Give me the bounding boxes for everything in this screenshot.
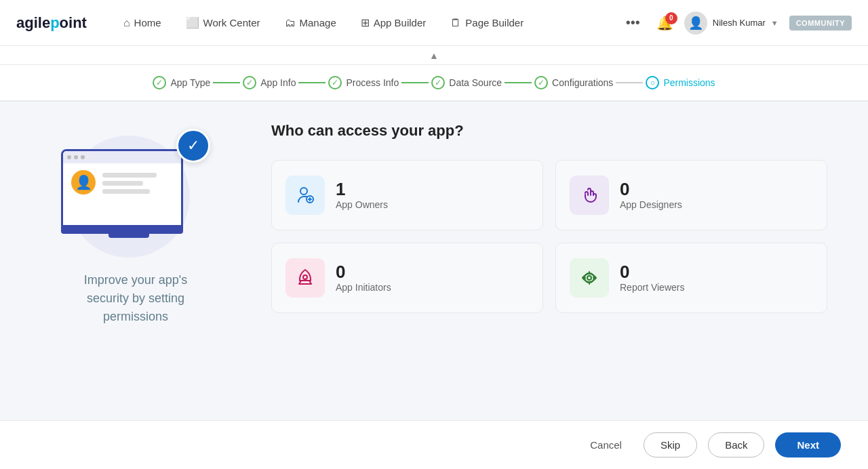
connector-5 bbox=[616, 82, 643, 83]
laptop-stand bbox=[108, 234, 149, 238]
manage-icon: 🗂 bbox=[285, 17, 296, 29]
illustration: 👤 ✓ bbox=[54, 122, 217, 258]
footer: Cancel Skip Back Next bbox=[0, 420, 868, 469]
dot-1 bbox=[67, 155, 71, 159]
avatar: 👤 bbox=[684, 12, 707, 35]
next-button[interactable]: Next bbox=[775, 432, 841, 457]
nav-appbuilder[interactable]: ⊞ App Builder bbox=[351, 11, 436, 35]
app-initiators-svg bbox=[294, 267, 316, 289]
step-icon-data-source: ✓ bbox=[431, 76, 445, 89]
pagebuilder-icon: 🗒 bbox=[450, 17, 461, 29]
line-1 bbox=[102, 173, 157, 178]
more-button[interactable]: ••• bbox=[620, 12, 646, 33]
report-viewers-count: 0 bbox=[620, 263, 684, 281]
app-designers-card[interactable]: 0 App Designers bbox=[555, 160, 827, 230]
nav-manage[interactable]: 🗂 Manage bbox=[275, 12, 346, 35]
report-viewers-label: Report Viewers bbox=[620, 282, 684, 293]
appbuilder-icon: ⊞ bbox=[361, 16, 370, 29]
cancel-button[interactable]: Cancel bbox=[579, 432, 633, 457]
step-label-permissions: Permissions bbox=[663, 77, 715, 88]
line-2 bbox=[102, 181, 143, 186]
dot-3 bbox=[81, 155, 85, 159]
svg-point-2 bbox=[303, 275, 307, 279]
permissions-cards: 1 App Owners 0 App Designers bbox=[271, 160, 827, 313]
step-data-source[interactable]: ✓ Data Source bbox=[431, 76, 502, 89]
chevron-down-icon: ▼ bbox=[771, 19, 778, 27]
home-icon: ⌂ bbox=[123, 17, 130, 29]
app-designers-info: 0 App Designers bbox=[620, 180, 682, 210]
nav-appbuilder-label: App Builder bbox=[374, 17, 427, 28]
dot-2 bbox=[74, 155, 78, 159]
app-owners-card[interactable]: 1 App Owners bbox=[271, 160, 543, 230]
app-initiators-info: 0 App Initiators bbox=[336, 263, 391, 293]
step-label-app-info: App Info bbox=[260, 77, 296, 88]
app-owners-icon bbox=[294, 184, 316, 206]
community-button[interactable]: COMMUNITY bbox=[789, 16, 852, 30]
report-viewers-info: 0 Report Viewers bbox=[620, 263, 684, 293]
notification-button[interactable]: 🔔 0 bbox=[656, 15, 673, 31]
report-viewers-icon bbox=[578, 267, 600, 289]
step-icon-permissions: ○ bbox=[646, 76, 659, 89]
step-label-process-info: Process Info bbox=[346, 77, 399, 88]
laptop-bar bbox=[63, 151, 181, 163]
notification-badge: 0 bbox=[665, 12, 677, 24]
right-section: Who can access your app? 1 App Owners bbox=[271, 122, 827, 313]
step-configurations[interactable]: ✓ Configurations bbox=[534, 76, 613, 89]
laptop-screen: 👤 bbox=[61, 149, 183, 227]
svg-point-0 bbox=[300, 188, 307, 195]
app-owners-icon-wrap bbox=[285, 176, 325, 215]
nav-home[interactable]: ⌂ Home bbox=[114, 12, 171, 35]
left-section: 👤 ✓ Improve your app's security by setti… bbox=[41, 122, 231, 326]
step-app-info[interactable]: ✓ App Info bbox=[243, 76, 296, 89]
report-viewers-icon-wrap bbox=[570, 258, 609, 298]
step-process-info[interactable]: ✓ Process Info bbox=[328, 76, 399, 89]
user-illus-avatar: 👤 bbox=[71, 170, 96, 195]
nav-workcenter-label: Work Center bbox=[203, 17, 260, 28]
app-owners-label: App Owners bbox=[336, 199, 388, 210]
app-designers-label: App Designers bbox=[620, 199, 682, 210]
nav-right: ••• 🔔 0 👤 Nilesh Kumar ▼ COMMUNITY bbox=[620, 12, 852, 35]
collapse-bar[interactable]: ▲ bbox=[0, 46, 868, 65]
step-icon-app-type: ✓ bbox=[153, 76, 166, 89]
laptop-base bbox=[61, 227, 183, 234]
report-viewers-card[interactable]: 0 Report Viewers bbox=[555, 243, 827, 313]
laptop-content: 👤 bbox=[63, 163, 181, 201]
app-initiators-label: App Initiators bbox=[336, 282, 391, 293]
illustration-caption: Improve your app's security by setting p… bbox=[84, 271, 188, 326]
app-owners-info: 1 App Owners bbox=[336, 180, 388, 210]
main-content: 👤 ✓ Improve your app's security by setti… bbox=[0, 102, 868, 409]
logo[interactable]: agilepoint bbox=[16, 14, 87, 32]
step-label-app-type: App Type bbox=[170, 77, 210, 88]
step-permissions[interactable]: ○ Permissions bbox=[646, 76, 715, 89]
app-initiators-count: 0 bbox=[336, 263, 391, 281]
line-3 bbox=[102, 189, 150, 194]
back-button[interactable]: Back bbox=[708, 432, 764, 457]
nav-items: ⌂ Home ⬜ Work Center 🗂 Manage ⊞ App Buil… bbox=[114, 11, 620, 35]
app-initiators-icon-wrap bbox=[285, 258, 325, 298]
user-area[interactable]: 👤 Nilesh Kumar ▼ bbox=[684, 12, 778, 35]
app-designers-count: 0 bbox=[620, 180, 682, 198]
nav-pagebuilder[interactable]: 🗒 Page Builder bbox=[441, 12, 533, 35]
step-label-data-source: Data Source bbox=[449, 77, 502, 88]
app-initiators-card[interactable]: 0 App Initiators bbox=[271, 243, 543, 313]
skip-button[interactable]: Skip bbox=[644, 432, 697, 457]
logo-text: agilepoint bbox=[16, 14, 87, 32]
connector-3 bbox=[401, 82, 429, 83]
app-designers-svg bbox=[578, 184, 600, 206]
nav-workcenter[interactable]: ⬜ Work Center bbox=[176, 11, 270, 35]
user-name: Nilesh Kumar bbox=[713, 18, 766, 28]
laptop-lines bbox=[102, 173, 157, 194]
workcenter-icon: ⬜ bbox=[186, 16, 199, 29]
step-icon-process-info: ✓ bbox=[328, 76, 342, 89]
connector-2 bbox=[298, 82, 326, 83]
step-app-type[interactable]: ✓ App Type bbox=[153, 76, 210, 89]
connector-4 bbox=[505, 82, 532, 83]
step-icon-configurations: ✓ bbox=[534, 76, 548, 89]
app-owners-count: 1 bbox=[336, 180, 388, 198]
collapse-arrow-icon: ▲ bbox=[429, 50, 439, 61]
nav-manage-label: Manage bbox=[300, 17, 336, 28]
step-label-configurations: Configurations bbox=[552, 77, 613, 88]
svg-point-4 bbox=[587, 276, 591, 280]
shield-icon: ✓ bbox=[176, 129, 210, 163]
illustration-laptop: 👤 bbox=[61, 149, 197, 251]
